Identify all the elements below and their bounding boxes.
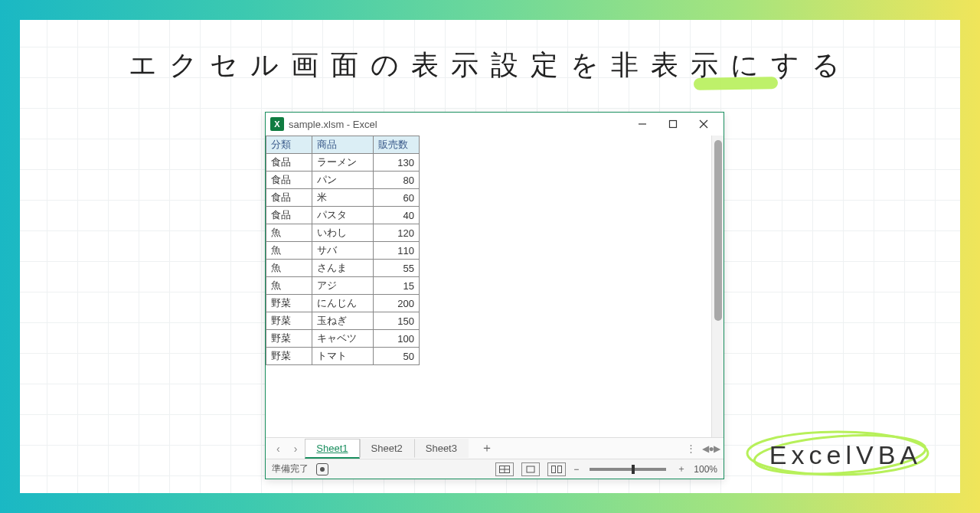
cell[interactable]: 50 (374, 348, 420, 365)
cell[interactable]: 40 (374, 207, 420, 224)
cell[interactable]: 15 (374, 277, 420, 295)
cell[interactable]: 80 (374, 172, 420, 189)
add-sheet-button[interactable]: ＋ (470, 440, 504, 456)
cell[interactable]: 100 (374, 330, 420, 348)
svg-rect-9 (527, 466, 534, 472)
cell[interactable]: 魚 (266, 224, 312, 242)
svg-rect-3 (670, 121, 677, 128)
cell[interactable]: 米 (312, 189, 374, 207)
svg-rect-11 (558, 466, 562, 472)
table-row[interactable]: 野菜キャベツ100 (266, 330, 420, 348)
header-row: 分類 商品 販売数 (266, 136, 420, 154)
cell[interactable]: キャベツ (312, 330, 374, 348)
excel-icon: X (270, 117, 284, 131)
cell[interactable]: 魚 (266, 277, 312, 295)
cell[interactable]: 110 (374, 242, 420, 260)
sheet-tab-sheet1[interactable]: Sheet1 (305, 439, 359, 459)
cell[interactable]: サバ (312, 242, 374, 260)
table-row[interactable]: 野菜トマト50 (266, 348, 420, 365)
minimize-button[interactable] (627, 113, 658, 135)
cell[interactable]: 野菜 (266, 330, 312, 348)
cell[interactable]: トマト (312, 348, 374, 365)
sheet-area: 分類 商品 販売数 食品ラーメン130食品パン80食品米60食品パスタ40魚いわ… (266, 136, 724, 437)
cell[interactable]: 野菜 (266, 348, 312, 365)
sheet-tab-sheet3[interactable]: Sheet3 (414, 439, 469, 458)
cell[interactable]: 200 (374, 295, 420, 312)
cell[interactable]: アジ (312, 277, 374, 295)
th-product[interactable]: 商品 (312, 136, 374, 154)
macro-record-icon[interactable] (316, 463, 328, 475)
cell[interactable]: 55 (374, 260, 420, 277)
cell[interactable]: 120 (374, 224, 420, 242)
table-row[interactable]: 野菜玉ねぎ150 (266, 312, 420, 330)
cell[interactable]: 野菜 (266, 295, 312, 312)
scrollbar-thumb[interactable] (714, 140, 722, 321)
cell[interactable]: ラーメン (312, 154, 374, 172)
tab-prev-button[interactable]: ‹ (270, 443, 286, 455)
table-row[interactable]: 魚さんま55 (266, 260, 420, 277)
table-row[interactable]: 食品パスタ40 (266, 207, 420, 224)
data-pane[interactable]: 分類 商品 販売数 食品ラーメン130食品パン80食品米60食品パスタ40魚いわ… (266, 136, 711, 437)
close-button[interactable] (688, 113, 719, 135)
cell[interactable]: パン (312, 172, 374, 189)
table-row[interactable]: 食品パン80 (266, 172, 420, 189)
titlebar[interactable]: X sample.xlsm - Excel (266, 113, 724, 136)
zoom-slider-knob[interactable] (632, 465, 635, 474)
view-pagebreak-button[interactable] (547, 462, 566, 476)
tab-next-button[interactable]: › (288, 443, 304, 455)
svg-rect-10 (552, 466, 556, 472)
sheet-tab-bar: ‹ › Sheet1Sheet2Sheet3 ＋ ⋮ ◀ ● ▶ (266, 437, 724, 459)
cell[interactable]: 魚 (266, 242, 312, 260)
cell[interactable]: 食品 (266, 189, 312, 207)
page-title: エクセル画面の表示設定を非表示にする (20, 47, 960, 84)
table-row[interactable]: 魚サバ110 (266, 242, 420, 260)
cell[interactable]: 野菜 (266, 312, 312, 330)
zoom-slider[interactable] (590, 468, 666, 471)
zoom-in-button[interactable]: ＋ (677, 462, 686, 475)
cell[interactable]: いわし (312, 224, 374, 242)
cell[interactable]: 食品 (266, 172, 312, 189)
tab-options-button[interactable]: ⋮ (681, 443, 701, 454)
cell[interactable]: 食品 (266, 207, 312, 224)
vertical-scrollbar[interactable] (711, 136, 724, 437)
zoom-out-button[interactable]: − (573, 464, 579, 475)
horizontal-nav[interactable]: ◀ ● ▶ (702, 443, 719, 454)
th-category[interactable]: 分類 (266, 136, 312, 154)
view-pagelayout-button[interactable] (521, 462, 540, 476)
cell[interactable]: 130 (374, 154, 420, 172)
cell[interactable]: にんじん (312, 295, 374, 312)
table-row[interactable]: 魚いわし120 (266, 224, 420, 242)
window-title: sample.xlsm - Excel (289, 119, 377, 130)
maximize-button[interactable] (658, 113, 688, 135)
data-table: 分類 商品 販売数 食品ラーメン130食品パン80食品米60食品パスタ40魚いわ… (266, 136, 420, 365)
view-normal-button[interactable] (495, 462, 514, 476)
cell[interactable]: 食品 (266, 154, 312, 172)
sheet-tab-sheet2[interactable]: Sheet2 (360, 439, 414, 458)
cell[interactable]: 60 (374, 189, 420, 207)
zoom-percentage[interactable]: 100% (694, 464, 717, 475)
table-row[interactable]: 食品ラーメン130 (266, 154, 420, 172)
cell[interactable]: 150 (374, 312, 420, 330)
table-row[interactable]: 野菜にんじん200 (266, 295, 420, 312)
brand-logo-text: ExcelVBA (769, 440, 922, 470)
table-row[interactable]: 食品米60 (266, 189, 420, 207)
status-bar: 準備完了 − ＋ 100% (266, 459, 724, 479)
th-qty[interactable]: 販売数 (374, 136, 420, 154)
excel-window: X sample.xlsm - Excel 分類 商品 (265, 112, 724, 479)
cell[interactable]: パスタ (312, 207, 374, 224)
status-ready: 準備完了 (272, 462, 309, 475)
cell[interactable]: 玉ねぎ (312, 312, 374, 330)
cell[interactable]: 魚 (266, 260, 312, 277)
table-row[interactable]: 魚アジ15 (266, 277, 420, 295)
cell[interactable]: さんま (312, 260, 374, 277)
